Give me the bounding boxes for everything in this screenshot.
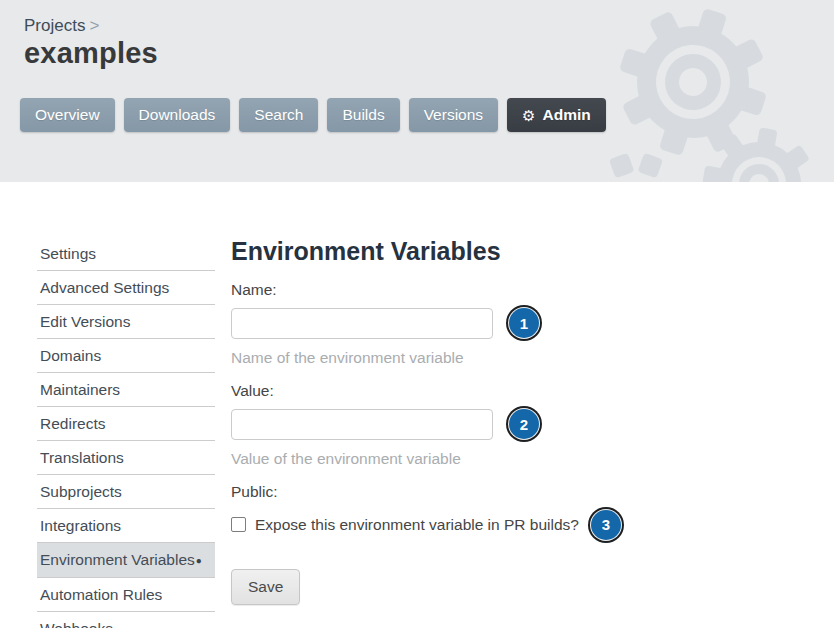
sidebar-item-translations[interactable]: Translations	[37, 441, 215, 475]
step-badge-2: 2	[509, 409, 539, 439]
content: Settings Advanced Settings Edit Versions…	[0, 182, 834, 628]
sidebar-item-redirects[interactable]: Redirects	[37, 407, 215, 441]
value-help-text: Value of the environment variable	[231, 450, 791, 468]
save-button[interactable]: Save	[231, 569, 300, 605]
tab-versions[interactable]: Versions	[409, 98, 498, 132]
value-field-group: Value: 2 Value of the environment variab…	[231, 382, 791, 468]
name-field-group: Name: 1 Name of the environment variable	[231, 281, 791, 367]
header: Projects> examples Overview Downloads Se…	[0, 0, 834, 182]
page: Projects> examples Overview Downloads Se…	[0, 0, 834, 628]
public-checkbox[interactable]	[231, 517, 246, 532]
sidebar-item-edit-versions[interactable]: Edit Versions	[37, 305, 215, 339]
breadcrumb-projects-link[interactable]: Projects	[24, 16, 85, 35]
sidebar-item-environment-variables[interactable]: Environment Variables●	[37, 543, 215, 578]
tab-versions-label: Versions	[424, 106, 483, 124]
tab-bar: Overview Downloads Search Builds Version…	[20, 98, 606, 132]
breadcrumb-separator: >	[89, 16, 99, 35]
tab-downloads[interactable]: Downloads	[124, 98, 231, 132]
step-badge-1: 1	[509, 308, 539, 338]
sidebar-item-environment-variables-label: Environment Variables	[40, 551, 195, 568]
tab-search[interactable]: Search	[239, 98, 318, 132]
name-input[interactable]	[231, 308, 493, 339]
public-label: Public:	[231, 483, 791, 501]
tab-overview[interactable]: Overview	[20, 98, 115, 132]
sidebar-item-integrations[interactable]: Integrations	[37, 509, 215, 543]
sidebar-item-automation-rules[interactable]: Automation Rules	[37, 578, 215, 612]
sidebar-item-advanced-settings[interactable]: Advanced Settings	[37, 271, 215, 305]
public-checkbox-row: Expose this environment variable in PR b…	[231, 510, 791, 540]
tab-admin[interactable]: ⚙ Admin	[507, 98, 606, 132]
sidebar-item-subprojects[interactable]: Subprojects	[37, 475, 215, 509]
value-input-row: 2	[231, 409, 791, 440]
sidebar-item-maintainers[interactable]: Maintainers	[37, 373, 215, 407]
public-checkbox-label[interactable]: Expose this environment variable in PR b…	[255, 516, 579, 534]
section-heading: Environment Variables	[231, 237, 791, 266]
main-panel: Environment Variables Name: 1 Name of th…	[231, 237, 791, 605]
public-field-group: Public: Expose this environment variable…	[231, 483, 791, 540]
value-label: Value:	[231, 382, 791, 400]
sidebar-item-settings[interactable]: Settings	[37, 237, 215, 271]
admin-sidebar: Settings Advanced Settings Edit Versions…	[37, 237, 215, 628]
active-bullet-icon: ●	[196, 555, 202, 566]
tab-builds-label: Builds	[342, 106, 384, 124]
tab-admin-label: Admin	[543, 106, 591, 124]
tab-downloads-label: Downloads	[139, 106, 216, 124]
name-input-row: 1	[231, 308, 791, 339]
name-help-text: Name of the environment variable	[231, 349, 791, 367]
step-badge-3: 3	[591, 510, 621, 540]
tab-builds[interactable]: Builds	[327, 98, 399, 132]
tab-search-label: Search	[254, 106, 303, 124]
page-title: examples	[24, 37, 158, 70]
value-input[interactable]	[231, 409, 493, 440]
name-label: Name:	[231, 281, 791, 299]
sidebar-item-webhooks[interactable]: Webhooks	[37, 612, 215, 628]
gear-icon: ⚙	[522, 108, 535, 123]
breadcrumb: Projects>	[24, 16, 99, 36]
tab-overview-label: Overview	[35, 106, 100, 124]
sidebar-item-domains[interactable]: Domains	[37, 339, 215, 373]
decorative-gears-icon	[544, 0, 834, 182]
